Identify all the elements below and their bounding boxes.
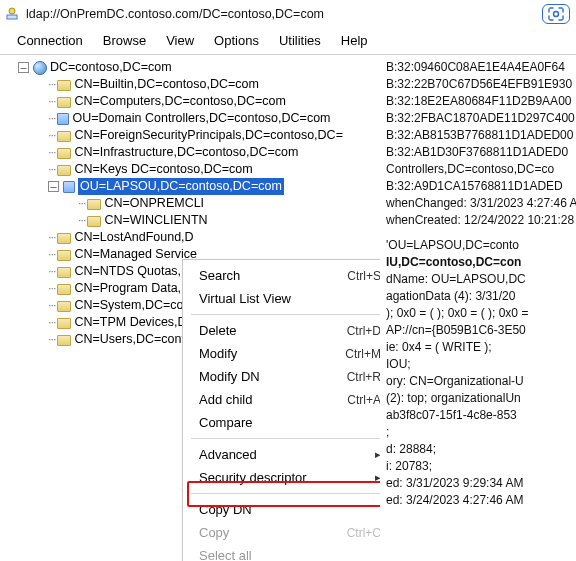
ctx-security-descriptor[interactable]: Security descriptor▸ <box>183 466 380 489</box>
container-icon <box>57 301 71 312</box>
detail-line: ed: 3/31/2023 9:29:34 AM <box>386 475 576 492</box>
menu-bar: Connection Browse View Options Utilities… <box>0 28 576 55</box>
detail-line: agationData (4): 3/31/20 <box>386 288 576 305</box>
tree-node-selected[interactable]: – OU=LAPSOU,DC=contoso,DC=com <box>6 178 380 195</box>
menu-browse[interactable]: Browse <box>94 31 155 50</box>
tree-node-label: OU=LAPSOU,DC=contoso,DC=com <box>78 178 284 195</box>
svg-rect-1 <box>7 15 17 19</box>
tree-pane[interactable]: – DC=contoso,DC=com ···CN=Builtin,DC=con… <box>0 55 380 561</box>
detail-line: 'OU=LAPSOU,DC=conto <box>386 237 576 254</box>
detail-line: ory: CN=Organizational-U <box>386 373 576 390</box>
container-icon <box>57 97 71 108</box>
detail-line: B:32:A9D1CA15768811D1ADED <box>386 178 576 195</box>
menu-utilities[interactable]: Utilities <box>270 31 330 50</box>
detail-line: dName: OU=LAPSOU,DC <box>386 271 576 288</box>
detail-line: whenChanged: 3/31/2023 4:27:46 A <box>386 195 576 212</box>
detail-line: B:32:18E2EA80684F11D2B9AA00 <box>386 93 576 110</box>
tree-node[interactable]: ···CN=Keys DC=contoso,DC=com <box>6 161 380 178</box>
detail-line: B:32:22B70C67D56E4EFB91E930 <box>386 76 576 93</box>
ctx-search[interactable]: SearchCtrl+S <box>183 264 380 287</box>
tree-node[interactable]: ···CN=LostAndFound,D <box>6 229 380 246</box>
detail-line: AP://cn={B059B1C6-3E50 <box>386 322 576 339</box>
collapse-icon[interactable]: – <box>18 62 29 73</box>
container-icon <box>57 148 71 159</box>
detail-line: ; <box>386 424 576 441</box>
container-icon <box>57 250 71 261</box>
tree-node[interactable]: ···CN=ForeignSecurityPrincipals,DC=conto… <box>6 127 380 144</box>
tree-node-label: CN=LostAndFound,D <box>74 229 193 246</box>
ctx-compare[interactable]: Compare <box>183 411 380 434</box>
detail-line: B:32:09460C08AE1E4A4EA0F64 <box>386 59 576 76</box>
tree-node-label: CN=TPM Devices,DC <box>74 314 195 331</box>
domain-icon <box>33 61 47 75</box>
detail-line: i: 20783; <box>386 458 576 475</box>
tree-node-label: CN=WINCLIENTN <box>104 212 207 229</box>
tree-node-label: CN=NTDS Quotas,DC <box>74 263 199 280</box>
detail-line: B:32:AB1D30F3768811D1ADED0 <box>386 144 576 161</box>
tree-node-label: CN=System,DC=cont <box>74 297 193 314</box>
tree-node[interactable]: ···OU=Domain Controllers,DC=contoso,DC=c… <box>6 110 380 127</box>
tree-node-label: CN=ONPREMCLI <box>104 195 204 212</box>
svg-point-2 <box>554 12 559 17</box>
tree-node-label: CN=Managed Service <box>74 246 197 263</box>
ctx-modify[interactable]: ModifyCtrl+M <box>183 342 380 365</box>
tree-node-label: CN=Keys DC=contoso,DC=com <box>74 161 252 178</box>
detail-line: whenCreated: 12/24/2022 10:21:28 A <box>386 212 576 229</box>
detail-line: ); 0x0 = ( ); 0x0 = ( ); 0x0 = <box>386 305 576 322</box>
app-icon <box>4 6 20 22</box>
detail-line: B:32:2FBAC1870ADE11D297C400 <box>386 110 576 127</box>
ou-icon <box>57 113 69 125</box>
menu-help[interactable]: Help <box>332 31 377 50</box>
tree-node[interactable]: ···CN=Computers,DC=contoso,DC=com <box>6 93 380 110</box>
tree-node-label: CN=Builtin,DC=contoso,DC=com <box>74 76 258 93</box>
separator <box>191 438 380 439</box>
context-menu: SearchCtrl+S Virtual List View DeleteCtr… <box>182 259 380 561</box>
ctx-add-child[interactable]: Add childCtrl+A <box>183 388 380 411</box>
container-icon <box>57 267 71 278</box>
menu-view[interactable]: View <box>157 31 203 50</box>
tree-node[interactable]: ···CN=Builtin,DC=contoso,DC=com <box>6 76 380 93</box>
separator <box>191 493 380 494</box>
tree-node-label: CN=Infrastructure,DC=contoso,DC=com <box>74 144 298 161</box>
container-icon <box>57 165 71 176</box>
tree-node-label: CN=Users,DC=conto <box>74 331 191 348</box>
svg-point-0 <box>9 8 15 14</box>
detail-line: B:32:AB8153B7768811D1ADED00 <box>386 127 576 144</box>
tree-node-label: CN=Program Data,DC <box>74 280 199 297</box>
container-icon <box>57 131 71 142</box>
tree-node[interactable]: ···CN=ONPREMCLI <box>6 195 380 212</box>
window-title: ldap://OnPremDC.contoso.com/DC=contoso,D… <box>26 7 542 21</box>
details-pane[interactable]: B:32:09460C08AE1E4A4EA0F64 B:32:22B70C67… <box>380 55 576 561</box>
tree-node[interactable]: ···CN=Infrastructure,DC=contoso,DC=com <box>6 144 380 161</box>
ctx-delete[interactable]: DeleteCtrl+D <box>183 319 380 342</box>
tree-node[interactable]: ···CN=WINCLIENTN <box>6 212 380 229</box>
tree-root[interactable]: – DC=contoso,DC=com <box>6 59 380 76</box>
container-icon <box>57 233 71 244</box>
ctx-copy-dn[interactable]: Copy DN <box>183 498 380 521</box>
detail-line: ab3f8c07-15f1-4c8e-853 <box>386 407 576 424</box>
detail-line: ie: 0x4 = ( WRITE ); <box>386 339 576 356</box>
ctx-select-all: Select all <box>183 544 380 561</box>
ctx-modify-dn[interactable]: Modify DNCtrl+R <box>183 365 380 388</box>
detail-line: Controllers,DC=contoso,DC=co <box>386 161 576 178</box>
menu-options[interactable]: Options <box>205 31 268 50</box>
ou-icon <box>63 181 75 193</box>
detail-line: (2): top; organizationalUn <box>386 390 576 407</box>
screen-search-button[interactable] <box>542 4 570 24</box>
menu-connection[interactable]: Connection <box>8 31 92 50</box>
chevron-right-icon: ▸ <box>375 448 380 461</box>
container-icon <box>57 284 71 295</box>
detail-line: ed: 3/24/2023 4:27:46 AM <box>386 492 576 509</box>
separator <box>191 314 380 315</box>
ctx-advanced[interactable]: Advanced▸ <box>183 443 380 466</box>
tree-node-label: CN=Computers,DC=contoso,DC=com <box>74 93 286 110</box>
container-icon <box>87 199 101 210</box>
title-bar: ldap://OnPremDC.contoso.com/DC=contoso,D… <box>0 0 576 28</box>
tree-node-label: DC=contoso,DC=com <box>50 59 172 76</box>
detail-line: d: 28884; <box>386 441 576 458</box>
ctx-virtual-list-view[interactable]: Virtual List View <box>183 287 380 310</box>
chevron-right-icon: ▸ <box>375 471 380 484</box>
container-icon <box>57 335 71 346</box>
collapse-icon[interactable]: – <box>48 181 59 192</box>
container-icon <box>57 318 71 329</box>
